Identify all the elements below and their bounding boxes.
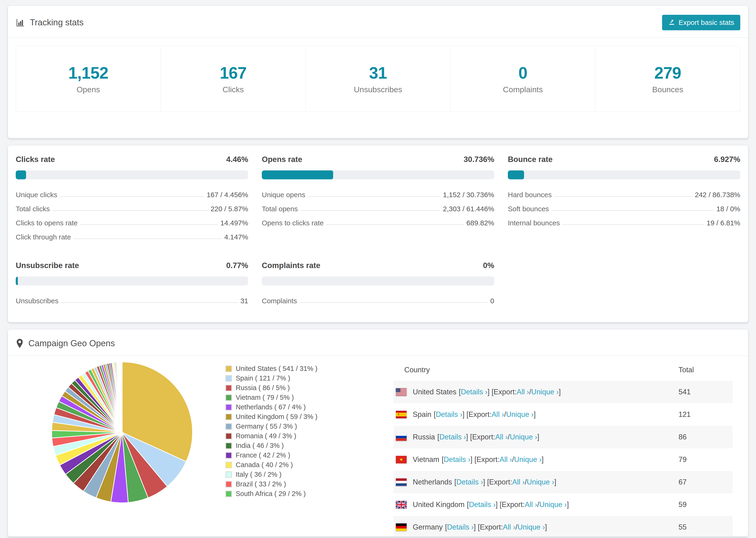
dotted-leader xyxy=(563,224,704,225)
table-row-russia: Russia[Details ›] [Export: All › / Uniqu… xyxy=(394,426,732,448)
stat-value: 167 xyxy=(161,63,305,82)
section-title: Campaign Geo Opens xyxy=(28,339,115,348)
export-unique-link[interactable]: Unique › xyxy=(517,523,545,531)
stat-label: Clicks xyxy=(161,85,305,94)
dotted-leader xyxy=(308,196,440,197)
rate-block-opens-rate: Opens rate30.736%Unique opens1,152 / 30.… xyxy=(262,155,494,244)
rate-value: 0.77% xyxy=(226,261,248,270)
stat-cell-bounces: 279Bounces xyxy=(595,46,740,112)
rate-row: Hard bounces242 / 86.738% xyxy=(508,188,740,202)
rate-value: 4.46% xyxy=(226,155,248,164)
rate-row-value: 2,303 / 61.446% xyxy=(443,205,494,213)
stat-cell-clicks: 167Clicks xyxy=(161,46,306,112)
rate-row-value: 242 / 86.738% xyxy=(695,191,740,199)
rate-row-value: 0 xyxy=(490,297,494,305)
legend-label: Vietnam ( 79 / 5% ) xyxy=(236,394,294,402)
rate-row: Opens to clicks rate689.82% xyxy=(262,216,494,230)
rates-card: Clicks rate4.46%Unique clicks167 / 4.456… xyxy=(8,145,748,322)
legend-item: Brazil ( 33 / 2% ) xyxy=(225,479,338,489)
details-link[interactable]: Details › xyxy=(457,478,483,486)
legend-swatch xyxy=(225,443,232,449)
export-all-link[interactable]: All › xyxy=(495,433,508,441)
country-name: United Kingdom xyxy=(413,501,465,509)
country-flag-icon-nl xyxy=(396,478,406,486)
legend-swatch xyxy=(225,423,232,430)
dotted-leader xyxy=(53,210,208,211)
export-all-link[interactable]: All › xyxy=(516,388,529,396)
rate-row: Unsubscribes31 xyxy=(16,294,248,308)
total-value: 67 xyxy=(678,478,732,486)
legend-swatch xyxy=(225,433,232,439)
dotted-leader xyxy=(300,302,487,303)
country-name: United States xyxy=(413,388,457,396)
rate-row: Unique opens1,152 / 30.736% xyxy=(262,188,494,202)
stat-label: Opens xyxy=(16,85,161,94)
rate-row-label: Hard bounces xyxy=(508,191,552,199)
export-basic-stats-button[interactable]: Export basic stats xyxy=(662,15,740,30)
details-link[interactable]: Details › xyxy=(447,523,474,531)
legend-label: Brazil ( 33 / 2% ) xyxy=(236,480,286,488)
legend-swatch xyxy=(225,385,232,391)
stat-value: 31 xyxy=(306,63,450,82)
legend-item: India ( 46 / 3% ) xyxy=(225,441,338,451)
rates-grid: Clicks rate4.46%Unique clicks167 / 4.456… xyxy=(16,155,740,308)
details-link[interactable]: Details › xyxy=(461,388,488,396)
export-all-link[interactable]: All › xyxy=(525,501,537,509)
export-all-link[interactable]: All › xyxy=(492,410,504,419)
dotted-leader xyxy=(80,224,217,225)
legend-label: Italy ( 36 / 2% ) xyxy=(236,471,282,478)
export-all-link[interactable]: All › xyxy=(503,523,515,531)
legend-item: South Africa ( 29 / 2% ) xyxy=(225,489,338,499)
export-unique-link[interactable]: Unique › xyxy=(527,478,554,486)
export-unique-link[interactable]: Unique › xyxy=(510,433,537,441)
tracking-stats-title: Tracking stats xyxy=(16,18,83,27)
progress-bar xyxy=(262,170,494,179)
country-flag-icon-us xyxy=(396,388,406,396)
country-name: Netherlands xyxy=(413,478,452,486)
export-all-link[interactable]: All › xyxy=(512,478,525,486)
export-all-link[interactable]: All › xyxy=(500,456,512,464)
geo-table-header: Country Total xyxy=(394,359,732,381)
progress-bar xyxy=(16,170,248,179)
dotted-leader xyxy=(555,196,692,197)
progress-bar xyxy=(16,277,248,286)
column-header-total: Total xyxy=(678,366,732,374)
export-icon xyxy=(668,18,675,27)
legend-label: United Kingdom ( 59 / 3% ) xyxy=(236,413,317,421)
geo-pie-chart xyxy=(49,360,195,505)
table-row-united-kingdom: United Kingdom[Details ›] [Export: All ›… xyxy=(394,493,732,516)
rate-title: Clicks rate xyxy=(16,155,55,164)
export-unique-link[interactable]: Unique › xyxy=(514,456,542,464)
details-link[interactable]: Details › xyxy=(469,501,496,509)
progress-fill xyxy=(16,277,18,286)
legend-item: Russia ( 86 / 5% ) xyxy=(225,383,338,393)
dotted-leader xyxy=(60,196,204,197)
column-header-country: Country xyxy=(394,366,678,374)
stat-value: 1,152 xyxy=(16,63,161,82)
pie-legend: United States ( 541 / 31% )Spain ( 121 /… xyxy=(225,364,338,499)
rate-row-value: 31 xyxy=(241,297,248,305)
export-unique-link[interactable]: Unique › xyxy=(539,501,567,509)
rate-value: 30.736% xyxy=(464,155,494,164)
stat-label: Bounces xyxy=(595,85,740,94)
legend-swatch xyxy=(225,365,232,372)
progress-bar xyxy=(508,170,740,179)
export-unique-link[interactable]: Unique › xyxy=(531,388,559,396)
rate-title: Complaints rate xyxy=(262,261,320,270)
details-link[interactable]: Details › xyxy=(436,410,462,419)
rate-row-value: 220 / 5.87% xyxy=(211,205,248,213)
export-unique-link[interactable]: Unique › xyxy=(506,410,534,419)
legend-label: Germany ( 55 / 3% ) xyxy=(236,422,297,430)
rate-title: Bounce rate xyxy=(508,155,553,164)
rate-row: Total opens2,303 / 61.446% xyxy=(262,202,494,216)
details-link[interactable]: Details › xyxy=(444,456,470,464)
details-link[interactable]: Details › xyxy=(439,433,466,441)
dotted-leader xyxy=(552,210,714,211)
rate-row-label: Opens to clicks rate xyxy=(262,219,324,227)
rate-block-complaints-rate: Complaints rate0%Complaints0 xyxy=(262,261,494,308)
stat-cell-opens: 1,152Opens xyxy=(16,46,161,112)
legend-label: South Africa ( 29 / 2% ) xyxy=(236,490,306,498)
total-value: 86 xyxy=(678,433,732,441)
legend-item: Germany ( 55 / 3% ) xyxy=(225,422,338,431)
legend-swatch xyxy=(225,375,232,382)
